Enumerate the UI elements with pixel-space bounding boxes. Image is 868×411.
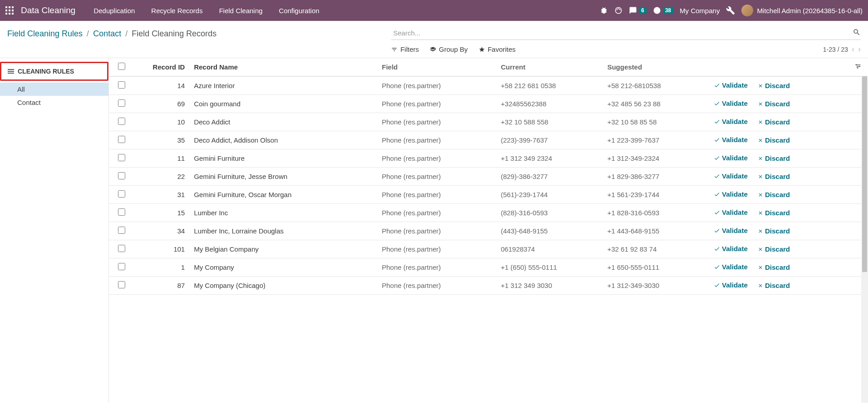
row-checkbox[interactable]	[118, 263, 125, 270]
validate-button[interactable]: Validate	[714, 227, 748, 234]
discard-button[interactable]: Discard	[758, 191, 790, 198]
validate-label: Validate	[722, 136, 748, 144]
scrollbar-thumb[interactable]	[862, 76, 867, 272]
header-current[interactable]: Current	[497, 58, 604, 76]
validate-button[interactable]: Validate	[714, 136, 748, 144]
discuss-icon[interactable]: 6	[629, 6, 647, 15]
row-checkbox[interactable]	[118, 281, 125, 288]
discard-button[interactable]: Discard	[758, 100, 790, 108]
row-checkbox[interactable]	[118, 190, 125, 198]
table-row[interactable]: 14 Azure Interior Phone (res.partner) +5…	[109, 76, 868, 95]
discard-button[interactable]: Discard	[758, 282, 790, 289]
validate-button[interactable]: Validate	[714, 99, 748, 107]
table-row[interactable]: 34 Lumber Inc, Lorraine Douglas Phone (r…	[109, 222, 868, 240]
vertical-scrollbar[interactable]	[861, 76, 868, 403]
sidebar-item-contact[interactable]: Contact	[0, 96, 108, 109]
row-checkbox[interactable]	[118, 99, 125, 107]
table-row[interactable]: 69 Coin gourmand Phone (res.partner) +32…	[109, 95, 868, 113]
row-checkbox[interactable]	[118, 136, 125, 143]
validate-button[interactable]: Validate	[714, 154, 748, 162]
row-current: +1 (650) 555-0111	[497, 258, 604, 277]
row-current: (561)-239-1744	[497, 186, 604, 204]
header-field[interactable]: Field	[378, 58, 497, 76]
table-row[interactable]: 87 My Company (Chicago) Phone (res.partn…	[109, 277, 868, 295]
groupby-button[interactable]: Group By	[430, 45, 467, 53]
row-checkbox[interactable]	[118, 118, 125, 125]
breadcrumb-contact[interactable]: Contact	[93, 29, 121, 38]
table-row[interactable]: 31 Gemini Furniture, Oscar Morgan Phone …	[109, 186, 868, 204]
table-row[interactable]: 15 Lumber Inc Phone (res.partner) (828)-…	[109, 204, 868, 222]
validate-button[interactable]: Validate	[714, 245, 748, 253]
row-suggested: +1 829-386-3277	[603, 168, 710, 186]
validate-button[interactable]: Validate	[714, 281, 748, 289]
row-record-id: 22	[134, 168, 190, 186]
user-menu[interactable]: Mitchell Admin (20264385-16-0-all)	[741, 5, 863, 16]
menu-recycle-records[interactable]: Recycle Records	[145, 4, 209, 17]
discard-button[interactable]: Discard	[758, 263, 790, 271]
row-checkbox[interactable]	[118, 227, 125, 234]
row-checkbox[interactable]	[118, 245, 125, 252]
table-row[interactable]: 35 Deco Addict, Addison Olson Phone (res…	[109, 131, 868, 149]
menu-field-cleaning[interactable]: Field Cleaning	[213, 4, 269, 17]
header-record-id[interactable]: Record ID	[134, 58, 190, 76]
discard-button[interactable]: Discard	[758, 173, 790, 180]
discard-button[interactable]: Discard	[758, 227, 790, 235]
search-input[interactable]	[391, 27, 853, 39]
row-field: Phone (res.partner)	[378, 186, 497, 204]
table-row[interactable]: 22 Gemini Furniture, Jesse Brown Phone (…	[109, 168, 868, 186]
discard-button[interactable]: Discard	[758, 82, 790, 89]
table-row[interactable]: 10 Deco Addict Phone (res.partner) +32 1…	[109, 113, 868, 131]
select-all-checkbox[interactable]	[118, 63, 125, 70]
breadcrumb-rules[interactable]: Field Cleaning Rules	[7, 29, 83, 38]
validate-button[interactable]: Validate	[714, 208, 748, 216]
support-icon[interactable]	[614, 6, 623, 15]
discard-button[interactable]: Discard	[758, 118, 790, 126]
header-record-name[interactable]: Record Name	[190, 58, 378, 76]
row-checkbox[interactable]	[118, 172, 125, 179]
row-field: Phone (res.partner)	[378, 168, 497, 186]
row-field: Phone (res.partner)	[378, 95, 497, 113]
validate-button[interactable]: Validate	[714, 118, 748, 125]
menu-configuration[interactable]: Configuration	[273, 4, 326, 17]
menu-deduplication[interactable]: Deduplication	[87, 4, 141, 17]
pager-next-icon[interactable]: ›	[858, 45, 861, 54]
favorites-button[interactable]: Favorites	[479, 45, 516, 53]
debug-icon[interactable]	[600, 6, 608, 15]
row-checkbox[interactable]	[118, 154, 125, 161]
validate-button[interactable]: Validate	[714, 81, 748, 89]
pager-text[interactable]: 1-23 / 23	[823, 46, 848, 53]
sidebar-item-all[interactable]: All	[0, 83, 108, 96]
row-record-id: 1	[134, 258, 190, 277]
validate-button[interactable]: Validate	[714, 172, 748, 180]
tools-icon[interactable]	[726, 6, 735, 15]
discard-button[interactable]: Discard	[758, 154, 790, 162]
row-checkbox[interactable]	[118, 81, 125, 89]
discard-label: Discard	[765, 82, 790, 89]
row-field: Phone (res.partner)	[378, 113, 497, 131]
discard-button[interactable]: Discard	[758, 245, 790, 253]
table-row[interactable]: 1 My Company Phone (res.partner) +1 (650…	[109, 258, 868, 277]
header-optional-fields[interactable]	[848, 58, 868, 76]
validate-button[interactable]: Validate	[714, 263, 748, 271]
row-record-name: Gemini Furniture, Jesse Brown	[190, 168, 378, 186]
apps-menu-icon[interactable]	[5, 6, 14, 15]
sidebar-header[interactable]: CLEANING RULES	[0, 62, 108, 81]
filters-button[interactable]: Filters	[391, 45, 419, 53]
row-record-name: My Company (Chicago)	[190, 277, 378, 295]
activities-icon[interactable]: 38	[653, 6, 673, 15]
header-suggested[interactable]: Suggested	[603, 58, 710, 76]
row-current: +58 212 681 0538	[497, 76, 604, 95]
discard-button[interactable]: Discard	[758, 209, 790, 217]
company-switcher[interactable]: My Company	[680, 7, 720, 15]
row-checkbox-cell	[109, 222, 134, 240]
table-row[interactable]: 101 My Belgian Company Phone (res.partne…	[109, 240, 868, 258]
search-icon[interactable]	[853, 28, 861, 38]
row-checkbox-cell	[109, 204, 134, 222]
row-checkbox[interactable]	[118, 208, 125, 216]
pager-prev-icon[interactable]: ‹	[852, 45, 854, 54]
discard-button[interactable]: Discard	[758, 136, 790, 144]
validate-button[interactable]: Validate	[714, 190, 748, 198]
table-row[interactable]: 11 Gemini Furniture Phone (res.partner) …	[109, 149, 868, 168]
row-actions: Validate Discard	[710, 95, 848, 113]
app-brand[interactable]: Data Cleaning	[21, 5, 75, 15]
